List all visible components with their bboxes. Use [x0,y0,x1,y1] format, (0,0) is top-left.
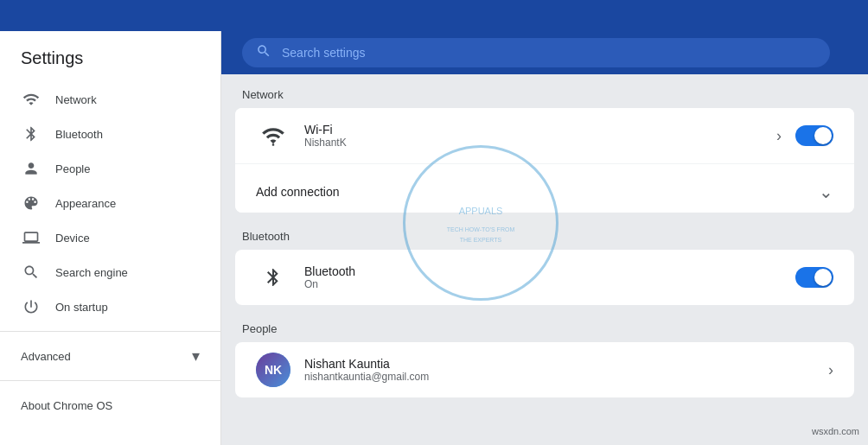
sidebar-item-advanced[interactable]: Advanced ▾ [0,339,220,373]
sidebar-bluetooth-label: Bluetooth [55,128,103,141]
power-icon [21,296,41,317]
sidebar-item-people[interactable]: People [0,151,220,186]
watermark-site: wsxdn.com [812,426,859,436]
bluetooth-icon [21,124,41,144]
sidebar-about-label: About Chrome OS [21,399,112,412]
people-name: Nishant Kauntia [304,357,828,371]
wifi-info: Wi-Fi NishantK [304,123,776,149]
people-section-title: People [235,315,854,342]
search-bar [221,31,868,74]
sidebar-device-label: Device [55,232,90,245]
bluetooth-status: On [304,278,795,290]
bluetooth-toggle[interactable] [795,267,833,288]
content-area: Settings Network Bluetooth [0,31,868,445]
sidebar-item-device[interactable]: Device [0,220,220,255]
sidebar-network-label: Network [55,93,97,106]
sidebar: Settings Network Bluetooth [0,31,221,445]
avatar: NK [256,353,290,387]
sidebar-on-startup-label: On startup [55,301,108,314]
bluetooth-name: Bluetooth [304,264,795,278]
sidebar-item-about[interactable]: About Chrome OS [0,388,220,423]
wifi-icon [21,89,41,110]
sidebar-item-appearance[interactable]: Appearance [0,186,220,220]
add-connection-chevron-icon: ⌄ [819,181,833,202]
wifi-icon-wrap [256,118,290,153]
sidebar-item-search-engine[interactable]: Search engine [0,255,220,289]
sidebar-advanced-label: Advanced [21,350,71,363]
bluetooth-card: Bluetooth On [235,250,854,305]
sidebar-divider [0,331,220,332]
network-section-title: Network [235,74,854,108]
people-card: NK Nishant Kauntia nishantkauntia@gmail.… [235,342,854,397]
add-connection-label: Add connection [256,185,340,199]
sidebar-search-engine-label: Search engine [55,266,128,279]
sidebar-item-on-startup[interactable]: On startup [0,289,220,324]
wifi-row[interactable]: Wi-Fi NishantK › [235,108,854,164]
wifi-toggle[interactable] [795,125,833,146]
bt-icon-wrap [256,260,290,295]
bt-info: Bluetooth On [304,264,795,290]
sidebar-people-label: People [55,162,90,175]
person-icon [21,158,41,179]
advanced-left: Advanced [21,350,71,363]
add-connection-row[interactable]: Add connection ⌄ [235,171,854,213]
wifi-chevron-right-icon: › [776,127,782,145]
people-row[interactable]: NK Nishant Kauntia nishantkauntia@gmail.… [235,342,854,397]
search-input[interactable] [282,46,816,60]
people-email: nishantkauntia@gmail.com [304,371,828,383]
sidebar-appearance-label: Appearance [55,197,116,210]
avatar-initials: NK [265,363,282,377]
network-content: Network Wi-Fi NishantK › [221,74,868,397]
people-info: Nishant Kauntia nishantkauntia@gmail.com [304,357,828,383]
network-card: Wi-Fi NishantK › Add connection ⌄ [235,108,854,213]
main-content: Network Wi-Fi NishantK › [221,31,868,445]
wifi-network: NishantK [304,137,776,149]
search-bar-icon [256,43,271,62]
sidebar-title: Settings [0,31,220,82]
bluetooth-row[interactable]: Bluetooth On [235,250,854,305]
top-bar [0,0,868,31]
palette-icon [21,193,41,213]
search-icon [21,262,41,283]
search-container[interactable] [242,38,830,67]
people-chevron-right-icon: › [828,361,833,379]
laptop-icon [21,227,41,248]
sidebar-item-bluetooth[interactable]: Bluetooth [0,117,220,151]
chevron-down-icon: ▾ [192,346,200,366]
sidebar-item-network[interactable]: Network [0,82,220,117]
wifi-name: Wi-Fi [304,123,776,137]
svg-rect-0 [272,143,274,145]
bluetooth-section-title: Bluetooth [235,223,854,250]
sidebar-divider-2 [0,380,220,381]
avatar-image: NK [256,353,290,387]
